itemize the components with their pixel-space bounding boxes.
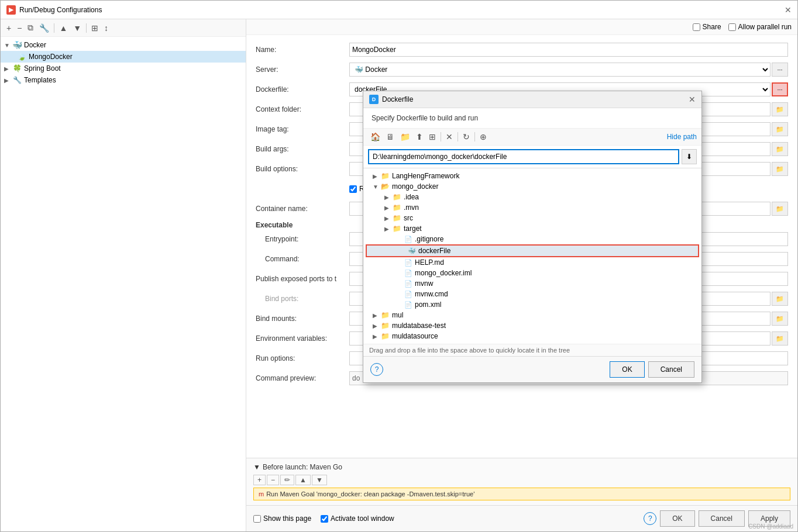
- mongo-docker-label: mongo_docker: [392, 182, 438, 191]
- pomxml-label: pom.xml: [415, 300, 441, 309]
- idea-folder-icon: 📁: [393, 193, 401, 201]
- modal-unknown-button[interactable]: ⊞: [426, 131, 438, 143]
- modal-copy-path-button[interactable]: ⊕: [477, 131, 489, 143]
- muldatasource-folder-icon: 📁: [381, 332, 390, 340]
- modal-tree-item-dockerfile[interactable]: 🐳 dockerFile: [366, 244, 699, 257]
- mul-folder-icon: 📁: [381, 311, 390, 319]
- modal-path-row: D:\learningdemo\mongo_docker\dockerFile …: [363, 146, 701, 168]
- modal-help-button[interactable]: ?: [370, 363, 383, 376]
- modal-drag-hint: Drag and drop a file into the space abov…: [363, 344, 701, 356]
- modal-subtitle: Specify Dockerfile to build and run: [363, 108, 701, 129]
- modal-tree-item-target[interactable]: ▶ 📁 target: [363, 223, 701, 234]
- idea-label: .idea: [404, 193, 419, 201]
- modal-tree-item-mvnwcmd[interactable]: 📄 mvnw.cmd: [363, 289, 701, 299]
- mongo-docker-toggle-icon: ▼: [373, 184, 381, 190]
- iml-file-icon: 📄: [404, 270, 412, 277]
- muldatabase-toggle-icon: ▶: [373, 323, 381, 329]
- modal-refresh-button[interactable]: ↻: [460, 131, 472, 143]
- modal-cancel-button[interactable]: Cancel: [648, 361, 694, 378]
- modal-new-folder-button[interactable]: 📁: [398, 131, 412, 143]
- watermark: CSDN @addiaad: [748, 523, 793, 530]
- modal-tree-item-muldatabase[interactable]: ▶ 📁 muldatabase-test: [363, 320, 701, 331]
- target-folder-icon: 📁: [393, 224, 401, 233]
- modal-tree-item-mul[interactable]: ▶ 📁 mul: [363, 310, 701, 320]
- modal-title-text: Dockerfile: [382, 95, 413, 103]
- mul-toggle-icon: ▶: [373, 312, 381, 319]
- src-toggle-icon: ▶: [384, 215, 393, 222]
- src-folder-icon: 📁: [393, 214, 401, 222]
- modal-tree-item-muldatasource[interactable]: ▶ 📁 muldatasource: [363, 331, 701, 341]
- modal-ok-button[interactable]: OK: [610, 361, 644, 378]
- pomxml-file-icon: 📄: [404, 301, 412, 309]
- langheng-toggle-icon: ▶: [373, 173, 381, 179]
- modal-footer: ? OK Cancel: [363, 356, 701, 382]
- modal-tree-item-langheng[interactable]: ▶ 📁 LangHengFramework: [363, 171, 701, 181]
- idea-toggle-icon: ▶: [384, 194, 393, 201]
- mul-label: mul: [392, 311, 403, 319]
- hide-path-link[interactable]: Hide path: [667, 133, 697, 141]
- modal-up-folder-button[interactable]: ⬆: [414, 131, 425, 143]
- muldatasource-toggle-icon: ▶: [373, 333, 381, 340]
- target-toggle-icon: ▶: [384, 226, 393, 232]
- mvnwcmd-label: mvnw.cmd: [415, 290, 448, 298]
- modal-desktop-button[interactable]: 🖥: [384, 131, 397, 143]
- modal-tree-item-pomxml[interactable]: 📄 pom.xml: [363, 299, 701, 310]
- modal-tree-item-mvn[interactable]: ▶ 📁 .mvn: [363, 202, 701, 213]
- muldatabase-label: muldatabase-test: [392, 322, 446, 330]
- modal-docker-icon: D: [369, 95, 379, 104]
- modal-tree-item-mvnw[interactable]: 📄 mvnw: [363, 278, 701, 289]
- iml-label: mongo_docker.iml: [415, 269, 472, 277]
- modal-tree-item-idea[interactable]: ▶ 📁 .idea: [363, 192, 701, 202]
- gitignore-label: .gitignore: [415, 235, 443, 243]
- mvnwcmd-file-icon: 📄: [404, 291, 412, 298]
- mongo-docker-folder-icon: 📂: [381, 182, 390, 191]
- dockerfile-file-icon: 🐳: [408, 247, 416, 255]
- modal-toolbar: 🏠 🖥 📁 ⬆ ⊞ ✕ ↻ ⊕ Hide path: [363, 129, 701, 146]
- dockerfile-file-label: dockerFile: [418, 247, 450, 255]
- mvn-folder-icon: 📁: [393, 203, 401, 212]
- langheng-label: LangHengFramework: [392, 172, 459, 180]
- mvn-toggle-icon: ▶: [384, 205, 393, 211]
- modal-overlay: D Dockerfile ✕ Specify Dockerfile to bui…: [0, 0, 798, 532]
- modal-tree-item-src[interactable]: ▶ 📁 src: [363, 213, 701, 223]
- mvnw-label: mvnw: [415, 279, 433, 288]
- modal-close-button[interactable]: ✕: [689, 95, 696, 104]
- muldatasource-label: muldatasource: [392, 332, 438, 340]
- target-label: target: [404, 224, 422, 233]
- langheng-folder-icon: 📁: [381, 172, 390, 180]
- src-label: src: [404, 214, 413, 222]
- modal-path-input[interactable]: D:\learningdemo\mongo_docker\dockerFile: [368, 149, 679, 164]
- mvnw-file-icon: 📄: [404, 280, 412, 288]
- modal-title-bar: D Dockerfile ✕: [363, 91, 701, 108]
- modal-tree-item-iml[interactable]: 📄 mongo_docker.iml: [363, 268, 701, 278]
- modal-tree-item-gitignore[interactable]: 📄 .gitignore: [363, 234, 701, 244]
- modal-delete-button[interactable]: ✕: [443, 131, 455, 143]
- muldatabase-folder-icon: 📁: [381, 322, 390, 330]
- helpmd-label: HELP.md: [415, 258, 444, 267]
- mvn-label: .mvn: [404, 203, 419, 212]
- modal-path-download-button[interactable]: ⬇: [682, 149, 697, 164]
- dockerfile-modal: D Dockerfile ✕ Specify Dockerfile to bui…: [363, 91, 702, 383]
- modal-home-button[interactable]: 🏠: [368, 131, 383, 143]
- modal-tree: ▶ 📁 LangHengFramework ▼ 📂 mongo_docker ▶…: [363, 168, 701, 344]
- helpmd-file-icon: 📄: [404, 259, 412, 267]
- modal-tree-item-mongo-docker[interactable]: ▼ 📂 mongo_docker: [363, 181, 701, 192]
- gitignore-file-icon: 📄: [404, 236, 412, 243]
- modal-tree-item-helpmd[interactable]: 📄 HELP.md: [363, 257, 701, 268]
